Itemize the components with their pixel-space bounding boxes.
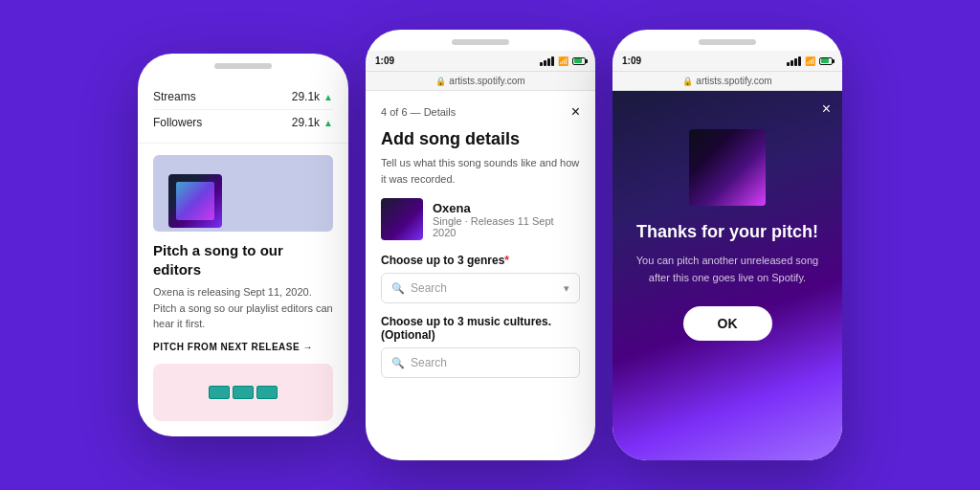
album-thumb-small: [168, 174, 222, 228]
url-bar-3: 🔒 artists.spotify.com: [612, 72, 842, 91]
wifi-icon-2: 📶: [558, 56, 568, 66]
streams-row: Streams 29.1k ▲: [153, 84, 333, 110]
url-text-2: 🔒 artists.spotify.com: [375, 76, 586, 86]
money-bill-2: [233, 386, 254, 399]
overlay-header: ×: [612, 91, 842, 123]
genre-search-field[interactable]: 🔍 Search ▾: [381, 273, 580, 303]
close-button-3[interactable]: ×: [822, 100, 831, 118]
thanks-title: Thanks for your pitch!: [636, 221, 818, 243]
genre-field-label: Choose up to 3 genres*: [381, 254, 580, 267]
bar-3: [794, 58, 797, 66]
bar-4: [551, 56, 554, 66]
phone-3-content: × Thanks for your pitch! You can pitch a…: [612, 91, 842, 460]
pitch-title: Pitch a song to our editors: [153, 241, 333, 278]
followers-label: Followers: [153, 116, 202, 129]
phones-container: Streams 29.1k ▲ Followers 29.1k ▲: [119, 11, 861, 479]
phone-notch-1: [214, 63, 272, 69]
bar-2: [791, 60, 793, 66]
pitch-album-art: [153, 155, 333, 232]
signal-bars-3: [787, 56, 801, 66]
song-meta: Single · Releases 11 Sept 2020: [433, 215, 580, 238]
pitch-description: Oxena is releasing Sept 11, 2020. Pitch …: [153, 284, 333, 332]
followers-row: Followers 29.1k ▲: [153, 110, 333, 135]
bar-4: [798, 56, 801, 66]
song-name: Oxena: [433, 201, 580, 215]
phone-1-content: Streams 29.1k ▲ Followers 29.1k ▲: [138, 75, 348, 436]
battery-fill-2: [574, 58, 582, 62]
add-details-desc: Tell us what this song sounds like and h…: [381, 155, 580, 187]
money-bill-1: [209, 386, 230, 399]
bar-1: [787, 62, 790, 66]
song-info: Oxena Single · Releases 11 Sept 2020: [433, 201, 580, 238]
close-button-2[interactable]: ×: [571, 104, 580, 120]
song-thumbnail: [381, 198, 423, 240]
streams-label: Streams: [153, 90, 196, 103]
bar-1: [540, 62, 543, 66]
phone-3: 1:09 📶 🔒 artists.spotify.com: [612, 30, 842, 460]
phone-2-content: 4 of 6 — Details × Add song details Tell…: [366, 91, 595, 460]
culture-search-icon: 🔍: [391, 357, 405, 369]
signal-bars-2: [540, 56, 554, 66]
overlay-album: [612, 123, 842, 206]
phone-2: 1:09 📶 🔒 artists.spotify.com: [366, 30, 595, 460]
ok-button[interactable]: OK: [683, 306, 772, 341]
bar-2: [544, 60, 546, 66]
streams-value: 29.1k ▲: [292, 90, 333, 103]
album-art-large: [689, 129, 766, 206]
followers-value: 29.1k ▲: [292, 116, 333, 129]
battery-fill-3: [821, 58, 829, 62]
required-marker: *: [504, 254, 509, 267]
album-hand-large: [689, 129, 766, 206]
pink-card: [153, 364, 333, 421]
bar-3: [547, 58, 550, 66]
browser-bar-2: 1:09 📶: [366, 51, 595, 72]
culture-search-field[interactable]: 🔍 Search: [381, 347, 580, 378]
url-text-3: 🔒 artists.spotify.com: [622, 76, 833, 86]
song-row: Oxena Single · Releases 11 Sept 2020: [381, 198, 580, 240]
phone-1: Streams 29.1k ▲ Followers 29.1k ▲: [138, 54, 348, 436]
pitch-card: Pitch a song to our editors Oxena is rel…: [138, 144, 348, 364]
money-bill-3: [256, 386, 278, 399]
url-bar-2: 🔒 artists.spotify.com: [366, 72, 595, 91]
genre-search-placeholder: Search: [411, 281, 558, 295]
album-hand-graphic: [176, 182, 214, 220]
battery-icon-3: [819, 57, 833, 65]
culture-search-placeholder: Search: [411, 356, 569, 369]
browser-icons-2: 📶: [540, 56, 586, 66]
phone-notch-3: [699, 39, 756, 45]
thanks-description: You can pitch another unreleased song af…: [632, 253, 823, 286]
battery-icon-2: [572, 57, 586, 65]
genre-search-icon: 🔍: [391, 282, 405, 295]
dark-overlay: × Thanks for your pitch! You can pitch a…: [612, 91, 842, 460]
genre-chevron-down-icon: ▾: [564, 282, 569, 295]
add-details-title: Add song details: [381, 129, 580, 149]
money-graphic: [209, 386, 278, 399]
stats-area: Streams 29.1k ▲ Followers 29.1k ▲: [138, 75, 348, 144]
wifi-icon-3: 📶: [805, 56, 815, 66]
pitch-cta-link[interactable]: PITCH FROM NEXT RELEASE →: [153, 342, 333, 352]
followers-up-arrow: ▲: [323, 118, 333, 128]
streams-up-arrow: ▲: [323, 92, 333, 102]
phone-notch-2: [452, 39, 509, 45]
culture-field-label: Choose up to 3 music cultures. (Optional…: [381, 315, 580, 342]
lock-icon-2: 🔒: [435, 77, 446, 86]
browser-icons-3: 📶: [787, 56, 833, 66]
step-indicator: 4 of 6 — Details ×: [381, 104, 580, 120]
browser-bar-3: 1:09 📶: [612, 51, 842, 72]
browser-time-3: 1:09: [622, 56, 641, 66]
browser-time-2: 1:09: [375, 56, 394, 66]
thanks-content: Thanks for your pitch! You can pitch ano…: [612, 221, 842, 460]
lock-icon-3: 🔒: [682, 77, 693, 86]
